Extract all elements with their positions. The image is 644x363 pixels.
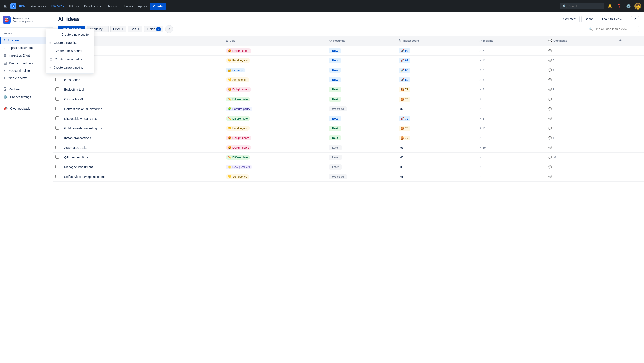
roadmap-badge[interactable]: Now (329, 58, 340, 63)
about-view-button[interactable]: About this view ☰ (598, 16, 630, 23)
row-checkbox[interactable] (56, 136, 59, 139)
roadmap-badge[interactable]: Next (329, 97, 341, 102)
goal-cell[interactable]: 😍 Delight users (223, 133, 327, 143)
settings-icon[interactable]: ⚙️ (625, 3, 632, 10)
roadmap-badge[interactable]: Now (329, 48, 340, 53)
roadmap-cell[interactable]: Now (326, 65, 396, 75)
roadmap-cell[interactable]: Now (326, 114, 396, 124)
nav-your-work[interactable]: Your work ▾ (28, 3, 48, 9)
create-button[interactable]: Create (150, 3, 166, 10)
row-checkbox[interactable] (56, 107, 59, 110)
nav-filters[interactable]: Filters ▾ (67, 3, 82, 9)
roadmap-cell[interactable]: Next (326, 94, 396, 104)
th-insights[interactable]: ↗ Insights (476, 36, 546, 46)
roadmap-badge[interactable]: Next (329, 135, 341, 140)
roadmap-cell[interactable]: Later (326, 162, 396, 172)
dropdown-new-section[interactable]: › Create a new section (46, 31, 94, 39)
row-checkbox[interactable] (56, 155, 59, 159)
goal-badge[interactable]: 🧩 Feature parity (226, 107, 252, 111)
sidebar-item-create-view[interactable]: + Create a view (0, 74, 52, 82)
nav-plans[interactable]: Plans ▾ (121, 3, 135, 9)
goal-cell[interactable]: 💛 Self service (223, 172, 327, 182)
roadmap-badge[interactable]: Now (329, 116, 340, 121)
goal-badge[interactable]: 😍 Delight users (226, 145, 252, 150)
filter-button[interactable]: Filter + (110, 26, 126, 32)
nav-projects[interactable]: Projects ▾ (49, 3, 66, 10)
find-input-wrapper[interactable]: 🔍 (586, 26, 639, 32)
goal-cell[interactable]: 😍 Delight users (223, 46, 327, 56)
roadmap-cell[interactable]: Later (326, 143, 396, 153)
goal-cell[interactable]: 😍 Delight users (223, 85, 327, 94)
share-button[interactable]: Share (581, 16, 596, 23)
goal-badge[interactable]: 🤝 Build loyalty (226, 126, 250, 131)
goal-badge[interactable]: 🔐 Security (226, 68, 245, 72)
roadmap-cell[interactable]: Won't do (326, 172, 396, 182)
roadmap-badge[interactable]: Later (329, 164, 342, 170)
goal-cell[interactable]: 💛 Self service (223, 75, 327, 85)
row-checkbox[interactable] (56, 165, 59, 168)
sidebar-item-impact-assessment[interactable]: ≡ Impact assesment (0, 44, 52, 52)
th-comments[interactable]: 💬 Comments (546, 36, 615, 46)
notifications-icon[interactable]: 🔔 (606, 3, 613, 10)
row-checkbox[interactable] (56, 146, 59, 149)
goal-badge[interactable]: 😍 Delight users (226, 136, 252, 140)
goal-cell[interactable]: 🧩 Feature parity (223, 104, 327, 114)
roadmap-cell[interactable]: Next (326, 133, 396, 143)
jira-logo[interactable]: Jira (10, 3, 25, 9)
nav-dashboards[interactable]: Dashboards ▾ (82, 3, 105, 9)
expand-button[interactable]: ⤢ (631, 16, 639, 23)
goal-cell[interactable]: ✏️ Differentiate (223, 153, 327, 162)
th-goal[interactable]: ⊙ Goal (223, 36, 327, 46)
sidebar-item-product-roadmap[interactable]: ▤ Product roadmap (0, 59, 52, 67)
add-column-button[interactable]: + (618, 38, 624, 44)
roadmap-badge[interactable]: Now (329, 68, 340, 73)
goal-cell[interactable]: ✏️ Differentiate (223, 114, 327, 124)
roadmap-cell[interactable]: Now (326, 75, 396, 85)
sidebar-item-archive[interactable]: 🗄 Archive (0, 86, 52, 93)
sidebar-item-impact-vs-effort[interactable]: ⊞ Impact vs Effort (0, 52, 52, 59)
roadmap-badge[interactable]: Next (329, 87, 341, 92)
refresh-button[interactable]: ↺ (165, 25, 173, 33)
goal-badge[interactable]: 💛 Self service (226, 174, 250, 179)
goal-cell[interactable]: 🤝 Build loyalty (223, 124, 327, 133)
dropdown-new-board[interactable]: ⊞ Create a new board (46, 47, 94, 55)
row-checkbox[interactable] (56, 126, 59, 130)
grid-icon[interactable]: ⊞ (3, 3, 8, 10)
roadmap-badge[interactable]: Next (329, 126, 341, 131)
roadmap-badge[interactable]: Now (329, 77, 340, 82)
th-add-column[interactable]: + (615, 36, 644, 46)
roadmap-cell[interactable]: Next (326, 124, 396, 133)
roadmap-cell[interactable]: Won't do (326, 104, 396, 114)
th-roadmap[interactable]: ⊙ Roadmap (326, 36, 396, 46)
dropdown-new-list[interactable]: ≡ Create a new list (46, 39, 94, 47)
goal-badge[interactable]: ✏️ Differentiate (226, 155, 250, 160)
roadmap-cell[interactable]: Now (326, 46, 396, 56)
fields-button[interactable]: Fields 6 (144, 26, 164, 32)
roadmap-badge[interactable]: Later (329, 155, 342, 160)
goal-badge[interactable]: ✏️ Differentiate (226, 116, 250, 121)
goal-cell[interactable]: 🤝 Build loyalty (223, 56, 327, 65)
goal-cell[interactable]: 😍 Delight users (223, 143, 327, 153)
row-checkbox[interactable] (56, 116, 59, 120)
goal-badge[interactable]: 🌟 New products (226, 165, 252, 169)
nav-teams[interactable]: Teams ▾ (105, 3, 121, 9)
sidebar-item-all-ideas[interactable]: ≡ All ideas (0, 37, 52, 44)
th-impact-score[interactable]: fx Impact score (396, 36, 476, 46)
goal-badge[interactable]: 😍 Delight users (226, 87, 252, 92)
goal-badge[interactable]: ✏️ Differentiate (226, 97, 250, 102)
roadmap-badge[interactable]: Won't do (329, 174, 347, 179)
nav-apps[interactable]: Apps ▾ (136, 3, 149, 9)
search-box[interactable]: 🔍 (560, 3, 604, 10)
sidebar-item-project-settings[interactable]: ⚙️ Project settings (0, 93, 52, 101)
roadmap-cell[interactable]: Next (326, 85, 396, 94)
row-checkbox[interactable] (56, 78, 59, 81)
sidebar-item-product-timeline[interactable]: ≡ Product timeline (0, 67, 52, 74)
sidebar-item-feedback[interactable]: 📣 Give feedback (0, 105, 52, 112)
project-header[interactable]: 🎯 Awesome app Discovery project (0, 12, 52, 28)
search-input[interactable] (568, 5, 599, 8)
goal-cell[interactable]: 🔐 Security (223, 65, 327, 75)
sort-button[interactable]: Sort + (128, 26, 142, 32)
goal-cell[interactable]: 🌟 New products (223, 162, 327, 172)
goal-badge[interactable]: 🤝 Build loyalty (226, 58, 250, 63)
comment-button[interactable]: Comment (560, 16, 580, 23)
